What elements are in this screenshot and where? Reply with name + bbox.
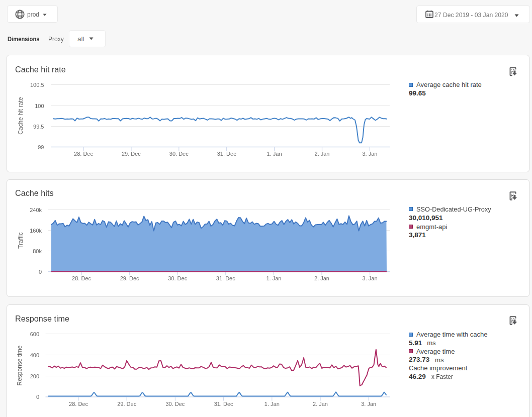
svg-text:0: 0: [36, 394, 39, 400]
svg-text:600: 600: [30, 331, 39, 337]
svg-text:1. Jan: 1. Jan: [266, 275, 281, 281]
svg-text:0: 0: [39, 269, 42, 275]
svg-text:2. Jan: 2. Jan: [315, 151, 330, 157]
svg-text:1. Jan: 1. Jan: [267, 151, 282, 157]
svg-text:Cache hit rate: Cache hit rate: [17, 97, 24, 135]
svg-text:31. Dec: 31. Dec: [216, 275, 235, 281]
svg-text:2. Jan: 2. Jan: [314, 275, 329, 281]
svg-text:28. Dec: 28. Dec: [72, 275, 91, 281]
svg-text:29. Dec: 29. Dec: [117, 401, 136, 407]
svg-text:400: 400: [30, 352, 39, 358]
svg-text:3. Jan: 3. Jan: [362, 151, 377, 157]
svg-text:99: 99: [38, 144, 44, 150]
svg-text:2. Jan: 2. Jan: [313, 401, 328, 407]
svg-text:160k: 160k: [30, 228, 42, 234]
svg-text:99.5: 99.5: [33, 124, 44, 130]
svg-text:80k: 80k: [33, 248, 42, 254]
svg-text:Traffic: Traffic: [17, 232, 24, 249]
svg-text:28. Dec: 28. Dec: [69, 401, 88, 407]
svg-text:30. Dec: 30. Dec: [169, 151, 189, 157]
svg-text:240k: 240k: [30, 207, 42, 213]
svg-text:30. Dec: 30. Dec: [165, 401, 185, 407]
svg-text:3. Jan: 3. Jan: [361, 401, 376, 407]
svg-text:31. Dec: 31. Dec: [214, 401, 233, 407]
svg-text:29. Dec: 29. Dec: [122, 151, 141, 157]
svg-text:Response time: Response time: [16, 345, 23, 385]
svg-text:200: 200: [30, 373, 39, 379]
svg-text:3. Jan: 3. Jan: [363, 275, 378, 281]
svg-text:29. Dec: 29. Dec: [120, 275, 139, 281]
svg-text:31. Dec: 31. Dec: [217, 151, 236, 157]
svg-text:100.5: 100.5: [30, 82, 44, 88]
svg-text:28. Dec: 28. Dec: [74, 151, 93, 157]
svg-text:1. Jan: 1. Jan: [264, 401, 280, 407]
svg-text:100: 100: [35, 103, 44, 109]
svg-text:30. Dec: 30. Dec: [168, 275, 187, 281]
